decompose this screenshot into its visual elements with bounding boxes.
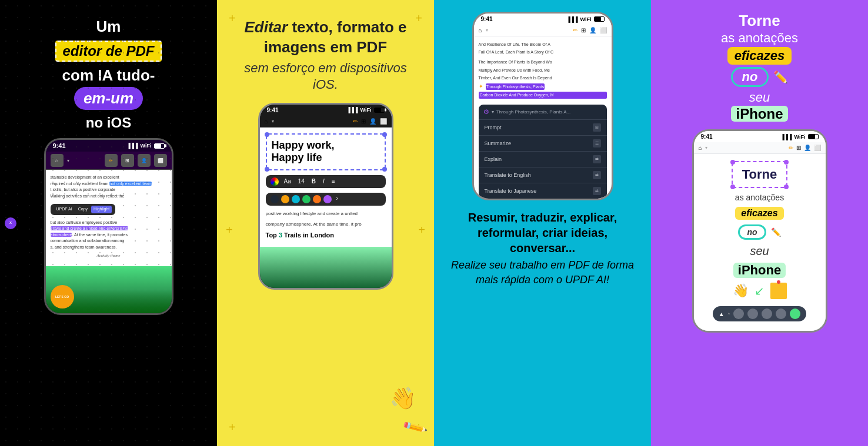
phone-toolbar-1: ⌂ ▾ ✏ ⊞ 👤 ⬜ <box>46 152 172 170</box>
phone-pdf-content: And Resilience Of Life. The Bloom Of A F… <box>474 36 612 105</box>
ai-icon: ⚙ <box>483 108 489 116</box>
panel-4: Torne as anotações eficazes no ✏️ seu iP… <box>651 0 868 446</box>
plus-deco-1: + <box>229 12 236 25</box>
color-wheel <box>271 177 279 186</box>
pdf-line-6-row: ✦ Through Photosynthesis, Plants <box>479 82 607 90</box>
ai-menu-translate-ja[interactable]: Translate to Japanese ⇄ <box>479 183 607 199</box>
pdf-line-2: Fall Of A Leaf, Each Plant Is A Story Of… <box>479 49 607 55</box>
ann-sub1: as anotações <box>735 193 784 202</box>
signal-3: ▐▐▐ <box>566 16 577 22</box>
ai-popup-header: ⚙ ▾ Through Photosynthesis, Plants A... <box>479 105 607 120</box>
wifi-icon-1: WiFi <box>141 143 152 149</box>
bar-icon-3 <box>762 308 772 319</box>
phone-content-1: stainable development of an excellent re… <box>46 170 172 266</box>
format-bold: B <box>310 177 318 185</box>
swatch-yellow <box>281 195 289 203</box>
panel4-eficazes: eficazes <box>735 48 785 63</box>
ai-prompt-label: Prompt <box>485 125 502 130</box>
share-3: ⬜ <box>600 27 607 33</box>
pdf-line-3: The Importance Of Plants Is Beyond Wo <box>479 59 607 65</box>
bar-icon-4 <box>776 308 786 319</box>
panel2-headline: Editar texto, formato e imagens em PDF <box>231 18 420 58</box>
plus-deco-5: + <box>229 421 236 434</box>
panel4-yellow-badge: eficazes <box>727 47 792 65</box>
phone-mockup-4: 9:41 ▐▐▐ WiFi ⌂ ▾ ✏ ⊞ 👤 ⬜ Torne <box>692 129 827 333</box>
triangle-icon: ▲ <box>719 311 725 317</box>
panel4-seu: seu <box>749 89 770 106</box>
panel4-no: no <box>742 69 758 84</box>
corner-tl <box>265 132 269 137</box>
ann-corner-br <box>784 185 789 189</box>
grid-4: ⊞ <box>796 145 801 151</box>
wifi-2: WiFi <box>360 107 372 113</box>
pencil-emoji-4: ✏️ <box>773 70 788 84</box>
home-icon-2: ⌂ <box>265 118 268 125</box>
ann-title: Torne <box>742 167 777 182</box>
corner-br <box>382 167 387 172</box>
panel4-iphone: iPhone <box>731 106 787 122</box>
text-continue: . At the same time, it promotes <box>72 233 128 237</box>
highlight-3: atmosphere <box>51 233 72 237</box>
star-icon: ✦ <box>479 82 483 90</box>
pencil-icon-1: ✏ <box>105 154 118 167</box>
text-box-selected: Happy work, Happy life <box>266 133 386 170</box>
lets-go-sticker: LET'S GO <box>51 285 74 308</box>
signal-4: ▐▐▐ <box>780 134 792 140</box>
toolbar-highlight: Highlight <box>91 206 112 213</box>
battery-2 <box>374 108 385 113</box>
ai-menu-explain[interactable]: Explain ⇄ <box>479 152 607 167</box>
panel-2: + + + + + + Editar texto, formato e imag… <box>217 0 434 446</box>
format-menu: ≡ <box>330 177 337 185</box>
sticky-note <box>770 283 787 299</box>
panel1-pdf-badge: editor de PDF <box>55 41 161 62</box>
text-line-9: communication and collaboration among <box>51 238 167 244</box>
text-line-6: but also cultivate employees positive <box>51 220 167 226</box>
pdf-line-1: And Resilience Of Life. The Bloom Of A <box>479 41 607 48</box>
panel4-teal-badge: no <box>731 67 769 87</box>
person-4: 👤 <box>804 145 811 151</box>
panel3-cap-italic: Realize seu trabalho em PDF de forma mai… <box>448 258 637 287</box>
ann-seu: seu <box>750 244 769 258</box>
text-line-4: Walking activities can not only reflect … <box>51 193 167 200</box>
ai-menu-prompt[interactable]: Prompt ⊞ <box>479 120 607 136</box>
person-2: 👤 <box>369 118 376 125</box>
status-time-2: 9:41 <box>267 107 279 113</box>
signal-2: ▐▐▐ <box>346 107 358 113</box>
home-icon-3: ⌂ <box>479 27 482 33</box>
panel3-caption: Resumir, traduzir, explicar, reformular,… <box>434 200 651 297</box>
bar-icon-2 <box>747 308 758 319</box>
ann-badge-teal: no <box>738 224 766 240</box>
phone-landscape-image: LET'S GO <box>46 266 172 313</box>
format-toolbar: Aa 14 B I ≡ <box>266 175 386 188</box>
ai-translate-en-icon: ⇄ <box>593 171 601 179</box>
panel3-cap-bold: Resumir, traduzir, explicar, reformular,… <box>448 210 637 256</box>
person-icon-1: 👤 <box>138 154 151 167</box>
annotation-box: Torne <box>732 161 787 188</box>
phone-toolbar-2: ⌂ ▾ ✏ ⊞ 👤 ⬜ <box>260 116 392 128</box>
panel1-headline2: com IA tudo- <box>62 66 155 85</box>
ai-summarize-label: Summarize <box>485 140 512 146</box>
ai-translate-ja-icon: ⇄ <box>593 187 601 195</box>
text-line-10: s, and strengthens team awareness. <box>51 244 167 251</box>
battery-3 <box>594 16 605 22</box>
ai-translate-ja-label: Translate to Japanese <box>485 188 537 194</box>
pdf-line-6-highlight: Through Photosynthesis, Plants <box>486 83 545 90</box>
ann-eficazes: eficazes <box>741 208 777 218</box>
phone-2-body-text1: positive working lifestyle and create a … <box>266 210 386 217</box>
ai-menu-translate-en[interactable]: Translate to English ⇄ <box>479 167 607 183</box>
ai-summarize-icon: ☰ <box>593 139 601 147</box>
text-line-3: t skills, but also a positive corporate <box>51 187 167 193</box>
ann-no: no <box>747 227 757 237</box>
ai-menu-summarize[interactable]: Summarize ☰ <box>479 136 607 152</box>
plus-deco-2: + <box>415 12 422 25</box>
signal-icon-1: ▐▐▐ <box>126 143 138 149</box>
home-icon-1: ⌂ <box>51 154 64 167</box>
status-bar-4: 9:41 ▐▐▐ WiFi <box>694 131 826 142</box>
person-3: 👤 <box>589 27 596 33</box>
panel4-headline: Torne <box>739 12 780 30</box>
text-line-1: stainable development of an excellent <box>51 175 167 181</box>
home-icon-4: ⌂ <box>699 145 702 151</box>
ai-header-text: Through Photosynthesis, Plants A... <box>496 109 571 115</box>
more-colors: › <box>336 195 338 203</box>
panel1-pdf-badge-text: editor de PDF <box>62 43 154 59</box>
